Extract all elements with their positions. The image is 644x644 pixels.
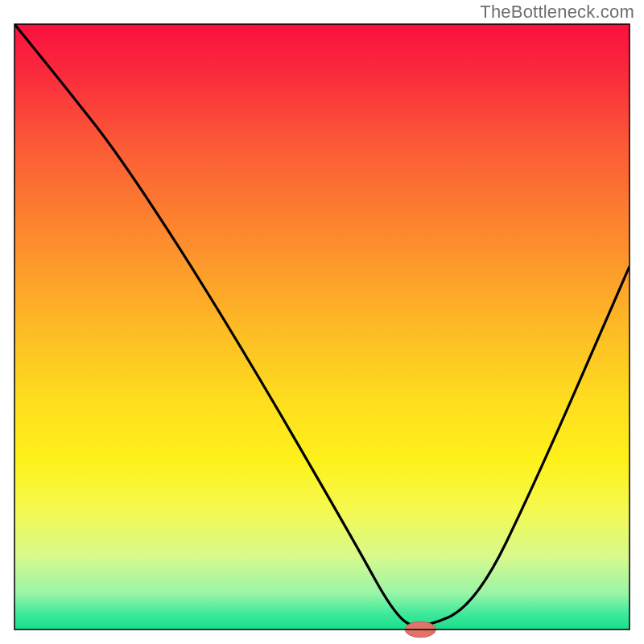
- chart-container: TheBottleneck.com: [0, 0, 644, 644]
- bottleneck-chart: [0, 0, 644, 644]
- attribution-text: TheBottleneck.com: [480, 2, 634, 23]
- plot-background: [14, 24, 630, 630]
